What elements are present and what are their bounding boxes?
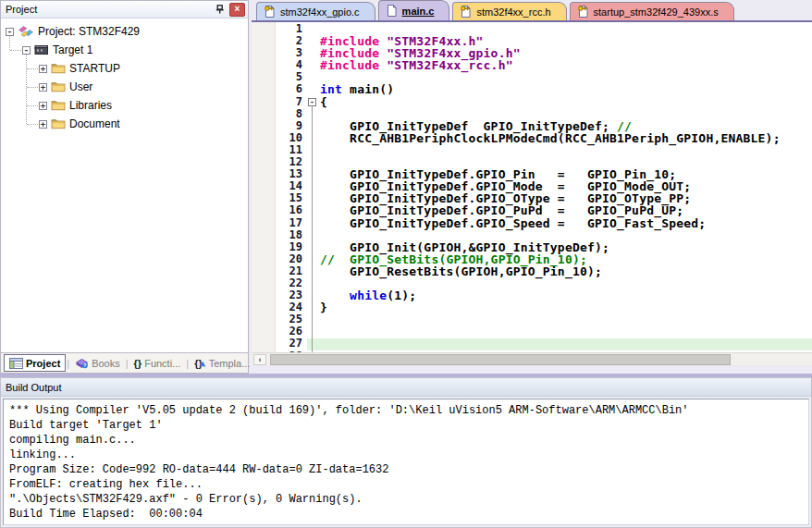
pin-icon[interactable]	[212, 3, 228, 17]
panel-tab-functions[interactable]: {}Functi...	[129, 354, 186, 372]
tab-separator: |	[186, 358, 189, 369]
editor-tab-bar: stm32f4xx_gpio.c main.c stm32f4xx_rcc.h …	[252, 0, 812, 22]
code-token-pp: #include	[320, 58, 387, 72]
editor-tab-label: stm32f4xx_gpio.c	[280, 6, 360, 18]
editor-body[interactable]: 1234567891011121314151617181920212223242…	[252, 22, 812, 352]
braces-arrow-icon: {}	[194, 358, 206, 369]
close-icon[interactable]: ×	[229, 3, 245, 17]
folder-icon	[51, 118, 66, 129]
code-line[interactable]	[320, 338, 812, 350]
code-line[interactable]: while(1);	[320, 289, 812, 301]
code-token-pl: GPIO_ResetBits(GPIOH,GPIO_Pin_10);	[320, 264, 602, 278]
scrollbar-thumb[interactable]	[270, 354, 731, 365]
expand-plus-icon[interactable]: +	[39, 102, 47, 110]
panel-tab-books[interactable]: ?Books	[70, 354, 125, 372]
tree-connector-line	[10, 50, 21, 51]
collapse-minus-icon[interactable]: -	[22, 46, 31, 55]
panel-bottom-tabs: Project| ?Books|{}Functi...|{}Templa...	[1, 352, 248, 373]
build-output-line: Build Time Elapsed: 00:00:04	[9, 507, 803, 522]
panel-tab-templates[interactable]: {}Templa...	[190, 354, 254, 372]
build-output-line: compiling main.c...	[9, 433, 803, 448]
code-line[interactable]	[320, 350, 812, 352]
editor-tab-main.c[interactable]: main.c	[378, 0, 450, 20]
editor-tab-startup_stm32f429_439xx.s[interactable]: startup_stm32f429_439xx.s	[570, 2, 734, 20]
code-line[interactable]: }	[320, 301, 812, 313]
build-output-line: FromELF: creating hex file...	[9, 477, 803, 492]
code-line[interactable]: RCC_AHB1PeriphClockLPModeCmd(RCC_AHB1Per…	[320, 132, 812, 144]
code-line[interactable]: GPIO_InitTypeDef.GPIO_Speed = GPIO_Fast_…	[320, 217, 812, 229]
fold-rail	[312, 106, 313, 352]
keil-uvision-window: Project × - Project: STM32F429- Target 1…	[0, 0, 812, 528]
tree-item-label: Libraries	[69, 99, 112, 112]
build-output-line: *** Using Compiler 'V5.05 update 2 (buil…	[9, 403, 803, 418]
line-number: 9	[276, 120, 302, 132]
editor-tab-stm32f4xx_rcc.h[interactable]: stm32f4xx_rcc.h	[452, 2, 566, 20]
editor-tab-stm32f4xx_gpio.c[interactable]: stm32f4xx_gpio.c	[256, 2, 375, 20]
tree-item-user[interactable]: + User	[1, 78, 248, 96]
code-line[interactable]: int main()	[320, 83, 812, 95]
code-token-pl: main()	[342, 82, 394, 96]
code-line[interactable]	[320, 144, 812, 156]
editor-horizontal-scrollbar[interactable]: ‹	[252, 352, 812, 365]
tree-item-project-root[interactable]: - Project: STM32F429	[1, 22, 248, 41]
editor-tab-label: startup_stm32f429_439xx.s	[594, 6, 719, 18]
code-token-pl: {	[320, 95, 327, 109]
books-icon: ?	[75, 357, 89, 369]
tree-item-label: User	[69, 80, 92, 93]
code-token-pl: (1);	[387, 289, 416, 302]
project-panel-header: Project ×	[1, 1, 248, 18]
tree-connector-line	[27, 68, 38, 69]
collapse-minus-icon[interactable]: -	[6, 28, 14, 36]
panel-tab-label: Functi...	[144, 358, 180, 369]
build-output-line: ".\Objects\STM32F429.axf" - 0 Error(s), …	[9, 492, 803, 507]
tab-separator: |	[126, 358, 129, 369]
line-number: 18	[276, 229, 302, 241]
expand-plus-icon[interactable]: +	[39, 83, 47, 92]
code-token-kw: while	[350, 289, 387, 302]
tree-connector-line	[27, 105, 38, 106]
fold-collapse-icon[interactable]: -	[308, 98, 316, 106]
tree-item-label: Project: STM32F429	[38, 25, 140, 38]
expand-plus-icon[interactable]: +	[39, 120, 47, 129]
folder-icon	[51, 63, 66, 74]
file-readonly-key-icon	[577, 5, 589, 18]
panel-tab-label: Books	[92, 358, 120, 369]
tree-item-label: STARTUP	[69, 62, 120, 75]
svg-text:?: ?	[83, 362, 87, 368]
build-output-title: Build Output	[6, 382, 62, 393]
tree-item-target[interactable]: - Target 1	[1, 41, 248, 59]
line-number: 10	[276, 132, 302, 144]
expand-plus-icon[interactable]: +	[39, 65, 47, 73]
tree-item-startup[interactable]: + STARTUP	[1, 59, 248, 78]
code-line[interactable]: #include "STM32F4xx_rcc.h"	[320, 59, 812, 71]
file-icon	[386, 4, 398, 18]
project-tab-icon	[9, 358, 23, 369]
line-number: 19	[276, 241, 302, 253]
build-output-panel: Build Output *** Using Compiler 'V5.05 u…	[0, 377, 812, 528]
code-token-pl: RCC_AHB1PeriphClockLPModeCmd(RCC_AHB1Per…	[320, 131, 781, 145]
code-token-pl: }	[320, 301, 327, 314]
fold-margin: -	[306, 22, 320, 352]
tree-item-libraries[interactable]: + Libraries	[1, 96, 248, 115]
panel-tab-project[interactable]: Project	[4, 354, 66, 372]
breakpoint-margin[interactable]	[252, 22, 276, 352]
code-line[interactable]	[320, 313, 812, 325]
code-line[interactable]	[320, 325, 812, 338]
code-token-str: "STM32F4xx_rcc.h"	[387, 58, 512, 72]
editor-tab-label: main.c	[402, 6, 435, 17]
code-token-pl: GPIO_InitTypeDef.GPIO_Speed = GPIO_Fast_…	[320, 216, 706, 230]
build-output-content[interactable]: *** Using Compiler 'V5.05 update 2 (buil…	[3, 399, 809, 525]
line-number: 8	[276, 108, 302, 120]
tree-connector-line	[27, 87, 38, 88]
editor-area: stm32f4xx_gpio.c main.c stm32f4xx_rcc.h …	[252, 0, 812, 374]
code-line[interactable]: GPIO_ResetBits(GPIOH,GPIO_Pin_10);	[320, 265, 812, 277]
code-text-area[interactable]: #include "STM32F4xx.h"#include "STM32F4x…	[320, 22, 812, 352]
scroll-left-icon[interactable]: ‹	[253, 354, 266, 365]
tab-separator: |	[67, 358, 69, 369]
tree-item-label: Document	[69, 117, 120, 130]
build-output-line: linking...	[9, 448, 803, 462]
tree-item-document[interactable]: + Document	[1, 115, 248, 133]
tree-connector-line	[26, 55, 27, 124]
code-line[interactable]: {	[320, 96, 812, 108]
build-output-line: Build target 'Target 1'	[9, 418, 803, 433]
